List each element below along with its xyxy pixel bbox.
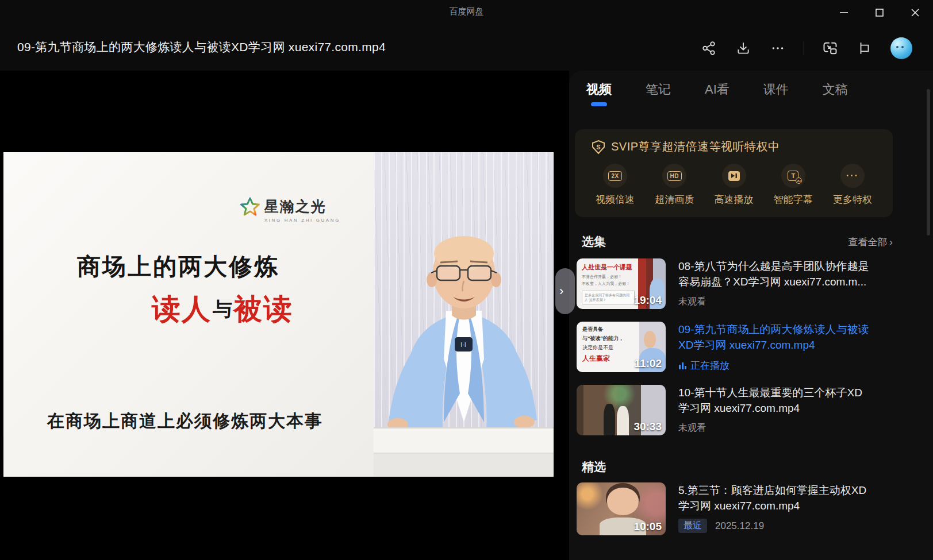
playlist-item-09-current[interactable]: 是否具备 与“被读”的能力， 决定你是不是 人生赢家 11:02 09-第九节商…	[577, 322, 887, 372]
svg-text:I·I: I·I	[460, 341, 466, 348]
slide-title: 商场上的两大修炼	[77, 251, 279, 283]
hd-icon: HD	[662, 164, 686, 188]
download-button[interactable]	[735, 40, 752, 57]
header-divider	[804, 41, 804, 55]
tab-transcript[interactable]: 文稿	[823, 81, 848, 106]
minimize-icon	[839, 8, 848, 17]
featured-item[interactable]: 10:05 5.第三节：顾客进店如何掌握主动权XD 学习网 xuexi77.co…	[577, 482, 887, 535]
picture-in-picture-button[interactable]	[821, 40, 839, 57]
thumbnail-08[interactable]: 人处世是一个课题 不懂合作开赢，必败！ 不改变，人人为我，必败！ 是多企业因了很…	[577, 258, 666, 309]
star-logo-icon	[240, 197, 260, 217]
window-controls	[826, 0, 933, 25]
brand-name: 星瀚之光	[264, 197, 340, 216]
smart-subtitles-icon: TAI	[781, 164, 805, 188]
speaker-figure: I·I	[374, 152, 554, 477]
speaker-video: I·I	[374, 152, 554, 477]
feature-speed[interactable]: 2X 视频倍速	[592, 164, 638, 206]
more-button[interactable]	[769, 40, 786, 57]
svip-banner-head: S SVIP尊享超清倍速等视听特权中	[575, 129, 893, 155]
close-button[interactable]	[897, 0, 933, 25]
recent-badge: 最近	[678, 519, 707, 533]
speed-icon: 2X	[603, 164, 627, 188]
video-slide: 星瀚之光 XING HAN ZHI GUANG 商场上的两大修炼 读人 与 被读…	[3, 152, 374, 477]
share-button[interactable]	[700, 40, 717, 57]
minimize-button[interactable]	[826, 0, 862, 25]
brand-logo: 星瀚之光 XING HAN ZHI GUANG	[240, 197, 340, 223]
feature-hd[interactable]: HD 超清画质	[651, 164, 697, 206]
duration-badge: 19:04	[633, 294, 662, 307]
panel-collapse-handle[interactable]: ›	[555, 268, 575, 314]
now-playing-status: 正在播放	[678, 359, 888, 372]
equalizer-icon	[678, 361, 687, 370]
panel-tabs: 视频 笔记 AI看 课件 文稿	[569, 81, 933, 106]
tab-video[interactable]: 视频	[586, 81, 612, 106]
svip-banner-text: SVIP尊享超清倍速等视听特权中	[611, 139, 780, 155]
thumb08-headline: 人处世是一个课题	[582, 263, 638, 272]
float-window-button[interactable]	[856, 40, 873, 57]
feature-fast-play[interactable]: 高速播放	[711, 164, 757, 206]
feature-more-privileges[interactable]: ··· 更多特权	[830, 164, 876, 206]
item-title-active: 09-第九节商场上的两大修炼读人与被读 XD学习网 xuexi77.com.mp…	[678, 322, 888, 353]
tab-notes[interactable]: 笔记	[646, 81, 671, 106]
baidu-netdisk-player-window: 百度网盘 09-第九节商场上的两大修炼读人与被读XD学习网 xuexi77.co…	[0, 0, 933, 560]
side-panel: 视频 笔记 AI看 课件 文稿 S SVIP尊享超清倍速等视听特权中 2X	[569, 71, 933, 560]
maximize-button[interactable]	[862, 0, 897, 25]
svip-features: 2X 视频倍速 HD 超清画质 高速播放	[575, 155, 893, 206]
brand-logo-text: 星瀚之光 XING HAN ZHI GUANG	[264, 197, 340, 223]
maximize-icon	[875, 8, 884, 17]
float-window-icon	[857, 41, 872, 56]
chevron-right-icon: ›	[559, 284, 563, 299]
featured-thumbnail[interactable]: 10:05	[577, 482, 666, 535]
chevron-right-icon: ›	[889, 237, 893, 248]
header: 09-第九节商场上的两大修炼读人与被读XD学习网 xuexi77.com.mp4	[0, 25, 933, 71]
thumbnail-10[interactable]: 30:33	[577, 385, 666, 435]
item-title: 08-第八节为什么越是高手团队协作越是 容易崩盘？XD学习网 xuexi77.c…	[678, 258, 888, 289]
picture-in-picture-icon	[822, 40, 838, 56]
thumb09-highlight: 人生赢家	[582, 354, 639, 364]
fast-play-icon	[722, 164, 746, 188]
avatar[interactable]	[890, 37, 912, 59]
duration-badge: 11:02	[634, 357, 662, 370]
feature-smart-subtitles[interactable]: TAI 智能字幕	[770, 164, 816, 206]
view-all-link[interactable]: 查看全部 ›	[848, 235, 893, 249]
brand-name-pinyin: XING HAN ZHI GUANG	[264, 218, 340, 223]
duration-badge: 10:05	[633, 520, 662, 533]
titlebar: 百度网盘	[0, 0, 933, 25]
file-title: 09-第九节商场上的两大修炼读人与被读XD学习网 xuexi77.com.mp4	[17, 39, 386, 55]
close-icon	[911, 8, 920, 17]
playlist-heading: 选集	[582, 234, 606, 250]
item-status: 未观看	[678, 422, 888, 434]
tab-ai-watch[interactable]: AI看	[705, 81, 729, 106]
svip-banner[interactable]: S SVIP尊享超清倍速等视听特权中 2X 视频倍速 HD 超清画质	[575, 129, 893, 217]
video-frame[interactable]: 星瀚之光 XING HAN ZHI GUANG 商场上的两大修炼 读人 与 被读…	[3, 152, 554, 477]
playlist-item-10[interactable]: 30:33 10-第十节人生最最重要的三个杯子XD 学习网 xuexi77.co…	[577, 385, 887, 435]
app-title: 百度网盘	[0, 6, 933, 17]
header-actions	[700, 32, 912, 64]
featured-heading: 精选	[582, 459, 606, 475]
panel-scrollbar[interactable]	[927, 89, 930, 235]
slide-subtitle-mid: 与	[213, 296, 232, 323]
slide-subtitle: 读人 与 被读	[152, 290, 293, 329]
slide-bottom-text: 在商场上商道上必须修炼两大本事	[47, 410, 323, 433]
main: 星瀚之光 XING HAN ZHI GUANG 商场上的两大修炼 读人 与 被读…	[0, 71, 933, 560]
thumbnail-09[interactable]: 是否具备 与“被读”的能力， 决定你是不是 人生赢家 11:02	[577, 322, 666, 372]
slide-subtitle-red2: 被读	[233, 290, 293, 329]
item-status: 未观看	[678, 296, 888, 308]
tab-courseware[interactable]: 课件	[763, 81, 789, 106]
item-title: 5.第三节：顾客进店如何掌握主动权XD 学习网 xuexi77.com.mp4	[678, 482, 888, 513]
more-icon	[770, 41, 785, 56]
item-title: 10-第十节人生最最重要的三个杯子XD 学习网 xuexi77.com.mp4	[678, 385, 888, 416]
playlist-item-08[interactable]: 人处世是一个课题 不懂合作开赢，必败！ 不改变，人人为我，必败！ 是多企业因了很…	[577, 258, 887, 309]
svg-text:S: S	[596, 143, 600, 150]
duration-badge: 30:33	[633, 420, 662, 433]
more-privileges-icon: ···	[840, 164, 865, 188]
item-date: 2025.12.19	[715, 520, 764, 532]
download-icon	[736, 41, 751, 56]
slide-subtitle-red1: 读人	[152, 290, 212, 329]
video-player-area[interactable]: 星瀚之光 XING HAN ZHI GUANG 商场上的两大修炼 读人 与 被读…	[0, 71, 569, 560]
share-icon	[701, 41, 716, 56]
svip-shield-icon: S	[591, 140, 606, 155]
